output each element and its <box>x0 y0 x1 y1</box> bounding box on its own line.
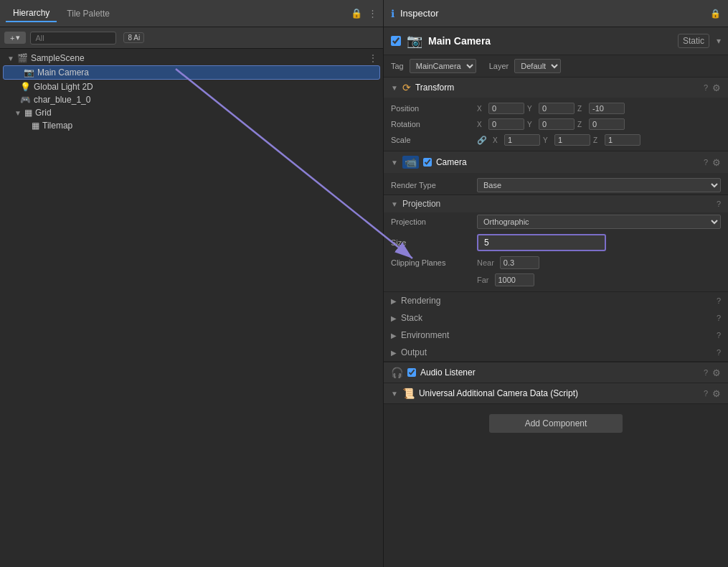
projection-header[interactable]: ▼ Projection ? <box>384 195 728 212</box>
hierarchy-item-global-light[interactable]: 💡 Global Light 2D <box>0 80 383 93</box>
near-input[interactable] <box>500 256 539 269</box>
scene-arrow: ▼ <box>7 55 14 62</box>
uac-name: Universal Additional Camera Data (Script… <box>419 388 699 398</box>
scale-z-input[interactable] <box>605 134 640 146</box>
static-arrow-icon[interactable]: ▾ <box>717 36 721 46</box>
search-input[interactable] <box>30 32 116 44</box>
position-values: X Y Z <box>477 103 625 114</box>
camera-icon: 📷 <box>24 67 34 78</box>
hierarchy-item-main-camera[interactable]: 📷 Main Camera <box>3 65 380 80</box>
stack-help-icon[interactable]: ? <box>717 314 721 322</box>
hierarchy-item-tilemap[interactable]: ▦ Tilemap <box>0 119 383 132</box>
transform-settings-icon[interactable]: ⚙ <box>712 83 721 93</box>
transform-component: ▼ ⟳ Transform ? ⚙ Position X Y <box>384 78 728 151</box>
transform-body: Position X Y Z Rotation <box>384 98 728 151</box>
tag-select[interactable]: MainCamera <box>410 59 476 73</box>
add-button[interactable]: + ▾ <box>4 32 26 44</box>
camera-comp-name: Camera <box>436 157 699 167</box>
inspector-panel: ℹ Inspector 🔒 📷 Main Camera Static ▾ Tag… <box>384 0 728 567</box>
clipping-label: Clipping Planes <box>391 258 477 267</box>
rotation-label: Rotation <box>391 120 477 128</box>
add-component-button[interactable]: Add Component <box>489 414 623 433</box>
position-row: Position X Y Z <box>384 100 728 116</box>
tag-label: Tag <box>391 62 404 70</box>
rendering-section[interactable]: ▶ Rendering ? <box>384 291 728 309</box>
hierarchy-item-char-blue[interactable]: 🎮 char_blue_1_0 <box>0 93 383 106</box>
uac-icon: 📜 <box>402 388 415 399</box>
rotation-values: X Y Z <box>477 118 625 130</box>
scale-label: Scale <box>391 136 477 144</box>
rot-x-input[interactable] <box>488 118 524 130</box>
audio-listener-name: Audio Listener <box>420 367 699 378</box>
transform-header[interactable]: ▼ ⟳ Transform ? ⚙ <box>384 78 728 98</box>
go-name: Main Camera <box>428 35 672 47</box>
clipping-far-row: Far <box>384 271 728 289</box>
rendering-label: Rendering <box>401 296 712 306</box>
position-label: Position <box>391 104 477 113</box>
rendering-help-icon[interactable]: ? <box>717 296 721 305</box>
rot-z-input[interactable] <box>589 118 625 130</box>
camera-comp-header[interactable]: ▼ 📹 Camera ? ⚙ <box>384 151 728 173</box>
far-input[interactable] <box>495 273 534 286</box>
camera-component: ▼ 📹 Camera ? ⚙ Render Type Base <box>384 151 728 362</box>
pos-z-label: Z <box>577 105 586 113</box>
tag-layer-row: Tag MainCamera Layer Default <box>384 55 728 78</box>
environment-label: Environment <box>401 330 712 340</box>
output-label: Output <box>401 347 712 357</box>
pos-z-input[interactable] <box>589 103 625 114</box>
environment-help-icon[interactable]: ? <box>717 331 721 339</box>
uac-help-icon[interactable]: ? <box>704 389 708 398</box>
projection-type-row: Projection Orthographic <box>384 212 728 231</box>
environment-section[interactable]: ▶ Environment ? <box>384 327 728 344</box>
hierarchy-panel: Hierarchy Tile Palette 🔒 ⋮ + ▾ 8 Ai ▼ 🎬 … <box>0 0 384 567</box>
render-type-select[interactable]: Base <box>477 178 721 192</box>
audio-listener-component[interactable]: 🎧 Audio Listener ? ⚙ <box>384 362 728 383</box>
proj-name: Projection <box>402 199 712 209</box>
inspector-header: ℹ Inspector 🔒 <box>384 0 728 27</box>
projection-type-select[interactable]: Orthographic <box>477 215 721 229</box>
global-light-label: Global Light 2D <box>34 82 93 92</box>
tab-tile-palette[interactable]: Tile Palette <box>60 6 117 22</box>
scene-more-icon[interactable]: ⋮ <box>369 53 377 63</box>
scale-x-input[interactable] <box>504 134 540 146</box>
hierarchy-content: ▼ 🎬 SampleScene ⋮ 📷 Main Camera 💡 Global… <box>0 49 383 567</box>
rot-x-label: X <box>477 121 486 128</box>
stack-section[interactable]: ▶ Stack ? <box>384 309 728 327</box>
proj-help-icon[interactable]: ? <box>717 200 721 208</box>
hierarchy-lock-icon[interactable]: 🔒 <box>351 8 362 19</box>
audio-help-icon[interactable]: ? <box>704 368 708 377</box>
transform-help-icon[interactable]: ? <box>704 83 708 92</box>
tab-hierarchy[interactable]: Hierarchy <box>6 5 57 22</box>
size-label: Size <box>391 238 477 247</box>
scale-y-input[interactable] <box>554 134 590 146</box>
projection-type-label: Projection <box>391 217 477 226</box>
layer-select[interactable]: Default <box>514 59 561 73</box>
output-section[interactable]: ▶ Output ? <box>384 344 728 361</box>
pos-y-input[interactable] <box>539 103 575 114</box>
hierarchy-item-grid[interactable]: ▼ ▦ Grid <box>0 106 383 119</box>
scene-root[interactable]: ▼ 🎬 SampleScene ⋮ <box>0 52 383 65</box>
hierarchy-more-icon[interactable]: ⋮ <box>368 8 377 19</box>
uac-component[interactable]: ▼ 📜 Universal Additional Camera Data (Sc… <box>384 383 728 404</box>
clipping-values: Near <box>477 256 539 269</box>
camera-comp-checkbox[interactable] <box>423 158 432 167</box>
camera-comp-icon: 📹 <box>402 156 419 169</box>
output-help-icon[interactable]: ? <box>717 348 721 357</box>
inspector-icon: ℹ <box>391 8 394 19</box>
go-static-button[interactable]: Static <box>678 34 709 48</box>
scale-x-label: X <box>493 136 501 144</box>
rot-y-input[interactable] <box>539 118 575 130</box>
audio-settings-icon[interactable]: ⚙ <box>712 367 721 378</box>
hierarchy-toolbar: + ▾ 8 Ai <box>0 27 383 49</box>
uac-settings-icon[interactable]: ⚙ <box>712 388 721 399</box>
pos-x-input[interactable] <box>488 103 524 114</box>
camera-help-icon[interactable]: ? <box>704 158 708 167</box>
go-active-checkbox[interactable] <box>391 36 401 46</box>
environment-arrow: ▶ <box>391 332 397 339</box>
camera-settings-icon[interactable]: ⚙ <box>712 157 721 168</box>
size-input[interactable] <box>477 234 606 251</box>
grid-arrow: ▼ <box>14 109 22 117</box>
scale-link-icon: 🔗 <box>477 136 487 145</box>
inspector-lock-icon[interactable]: 🔒 <box>710 9 721 19</box>
audio-checkbox[interactable] <box>407 368 416 377</box>
